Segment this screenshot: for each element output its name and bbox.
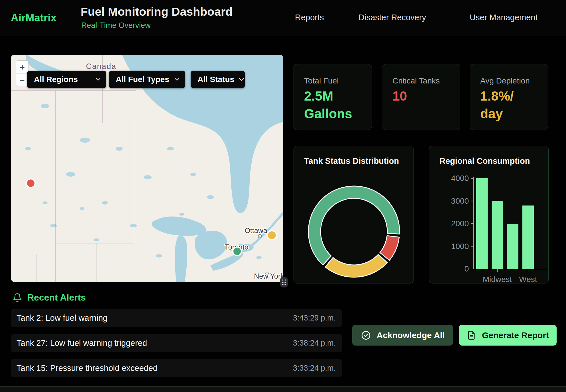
avg-depletion-value: 1.8%/day (480, 87, 514, 122)
region-filter-value: All Regions (34, 75, 78, 84)
total-fuel-card: Total Fuel 2.5MGallons (294, 64, 372, 130)
critical-tanks-label: Critical Tanks (392, 76, 440, 85)
chevron-down-icon (174, 78, 180, 81)
svg-text:0: 0 (464, 264, 469, 273)
nav-disaster-recovery[interactable]: Disaster Recovery (359, 13, 426, 22)
page-title: Fuel Monitoring Dashboard (81, 5, 233, 19)
fuel-type-filter-dropdown[interactable]: All Fuel Types (109, 71, 185, 88)
alert-timestamp: 3:38:24 p.m. (293, 339, 336, 348)
tank-marker-warning[interactable] (267, 231, 276, 240)
alert-timestamp: 3:33:24 p.m. (293, 364, 336, 373)
map-canvas: Canada Ottawa Toronto New York (11, 55, 283, 282)
alert-message: Tank 27: Low fuel warning triggered (17, 338, 147, 348)
tank-marker-critical[interactable] (27, 179, 35, 187)
regional-consumption-bar-chart: 01000200030004000MidwestWest (429, 146, 549, 284)
page-subtitle: Real-Time Overview (81, 21, 151, 30)
map-label-ottawa: Ottawa (245, 226, 267, 234)
document-icon (467, 330, 476, 340)
alert-list-item[interactable]: Tank 2: Low fuel warning 3:43:29 p.m. (11, 309, 342, 327)
brand-logo[interactable]: AirMatrix (11, 12, 56, 24)
svg-text:2000: 2000 (451, 219, 469, 228)
nav-reports[interactable]: Reports (295, 13, 324, 22)
tank-status-distribution-card: Tank Status Distribution (294, 146, 414, 283)
zoom-out-button[interactable]: − (16, 74, 28, 87)
critical-tanks-value: 10 (392, 87, 407, 105)
svg-text:3000: 3000 (451, 197, 469, 205)
map-water-lake-michigan (175, 236, 187, 282)
new-york-city-dot (266, 272, 268, 275)
map-panel[interactable]: Canada Ottawa Toronto New York + − All R… (11, 55, 283, 282)
critical-tanks-card: Critical Tanks 10 (382, 64, 460, 130)
header: AirMatrix Fuel Monitoring Dashboard Real… (0, 0, 566, 36)
status-filter-value: All Status (198, 75, 234, 84)
drag-dots-icon (280, 277, 288, 287)
fuel-type-filter-value: All Fuel Types (116, 75, 169, 84)
total-fuel-value: 2.5MGallons (304, 87, 352, 122)
acknowledge-all-label: Acknowledge All (377, 330, 445, 340)
nav-user-management[interactable]: User Management (470, 13, 538, 22)
recent-alerts-title: Recent Alerts (27, 292, 86, 303)
tank-marker-normal[interactable] (233, 247, 241, 256)
generate-report-button[interactable]: Generate Report (459, 325, 557, 346)
generate-report-label: Generate Report (482, 330, 549, 340)
zoom-in-button[interactable]: + (16, 61, 28, 74)
svg-text:West: West (519, 275, 537, 284)
chevron-down-icon (95, 78, 101, 81)
recent-alerts-header: Recent Alerts (13, 292, 86, 303)
footer-strip (0, 386, 566, 392)
avg-depletion-label: Avg Depletion (480, 76, 530, 85)
avg-depletion-card: Avg Depletion 1.8%/day (470, 64, 548, 130)
map-label-canada: Canada (86, 62, 117, 71)
ottawa-city-dot-center (259, 236, 260, 237)
svg-text:4000: 4000 (451, 174, 469, 183)
alert-message: Tank 15: Pressure threshold exceeded (17, 364, 158, 373)
alert-list-item[interactable]: Tank 15: Pressure threshold exceeded 3:3… (11, 359, 342, 377)
tank-status-donut-chart (294, 146, 414, 284)
map-resize-handle[interactable] (280, 277, 288, 287)
map-zoom-control: + − (16, 60, 28, 86)
check-circle-icon (361, 330, 371, 340)
svg-text:Midwest: Midwest (483, 275, 512, 284)
alert-message: Tank 2: Low fuel warning (17, 313, 107, 323)
alert-timestamp: 3:43:29 p.m. (293, 314, 336, 322)
alert-list-item[interactable]: Tank 27: Low fuel warning triggered 3:38… (11, 334, 342, 352)
bell-icon (13, 293, 22, 303)
regional-consumption-card: Regional Consumption 01000200030004000Mi… (429, 146, 549, 283)
total-fuel-label: Total Fuel (304, 76, 339, 85)
status-filter-dropdown[interactable]: All Status (191, 71, 245, 88)
chevron-down-icon (239, 78, 244, 81)
region-filter-dropdown[interactable]: All Regions (27, 71, 106, 88)
fuel-monitoring-dashboard: AirMatrix Fuel Monitoring Dashboard Real… (0, 0, 566, 392)
svg-text:1000: 1000 (451, 242, 469, 251)
acknowledge-all-button[interactable]: Acknowledge All (352, 325, 453, 346)
